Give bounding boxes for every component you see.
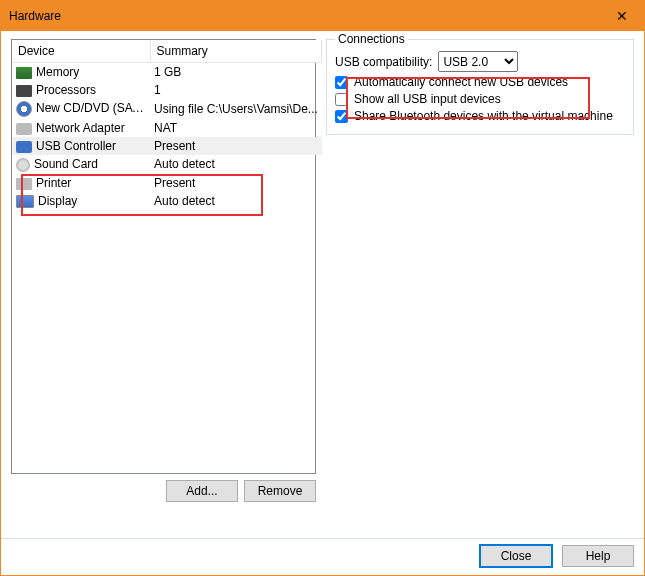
memory-icon — [16, 67, 32, 79]
table-row[interactable]: Processors1 — [12, 81, 322, 99]
help-button[interactable]: Help — [562, 545, 634, 567]
window-title: Hardware — [9, 9, 61, 23]
share-bluetooth-checkbox[interactable] — [335, 110, 348, 123]
device-name: Network Adapter — [36, 121, 125, 135]
sound-icon — [16, 158, 30, 172]
table-row[interactable]: DisplayAuto detect — [12, 192, 322, 210]
table-row[interactable]: PrinterPresent — [12, 174, 322, 192]
usb-compat-select[interactable]: USB 1.1USB 2.0USB 3.0 — [438, 51, 518, 72]
device-name: USB Controller — [36, 139, 116, 153]
device-summary: Present — [150, 174, 322, 192]
device-name: Processors — [36, 83, 96, 97]
table-row[interactable]: Network AdapterNAT — [12, 119, 322, 137]
device-name: New CD/DVD (SATA) — [36, 101, 150, 115]
close-icon: ✕ — [616, 8, 628, 24]
display-icon — [16, 195, 34, 208]
device-summary: Present — [150, 137, 322, 155]
device-summary: 1 GB — [150, 63, 322, 82]
device-name: Memory — [36, 65, 79, 79]
cd-icon — [16, 101, 32, 117]
add-button[interactable]: Add... — [166, 480, 238, 502]
remove-button[interactable]: Remove — [244, 480, 316, 502]
table-row[interactable]: Sound CardAuto detect — [12, 155, 322, 174]
share-bluetooth-label[interactable]: Share Bluetooth devices with the virtual… — [354, 109, 613, 123]
column-header-device[interactable]: Device — [12, 40, 150, 63]
column-header-summary[interactable]: Summary — [150, 40, 322, 63]
device-summary: 1 — [150, 81, 322, 99]
table-row[interactable]: New CD/DVD (SATA)Using file C:\Users\Vam… — [12, 99, 322, 119]
device-name: Sound Card — [34, 157, 98, 171]
network-icon — [16, 123, 32, 135]
table-row[interactable]: Memory1 GB — [12, 63, 322, 82]
device-summary: Using file C:\Users\Vamsi\De... — [150, 99, 322, 119]
device-name: Display — [38, 194, 77, 208]
close-button[interactable]: Close — [480, 545, 552, 567]
usb-compat-label: USB compatibility: — [335, 55, 432, 69]
device-summary: Auto detect — [150, 192, 322, 210]
connections-legend: Connections — [335, 32, 408, 46]
device-summary: NAT — [150, 119, 322, 137]
device-name: Printer — [36, 176, 71, 190]
device-list[interactable]: Device Summary Memory1 GBProcessors1New … — [11, 39, 316, 474]
titlebar: Hardware ✕ — [1, 1, 644, 31]
usb-icon — [16, 141, 32, 153]
connections-group: Connections USB compatibility: USB 1.1US… — [326, 39, 634, 135]
device-summary: Auto detect — [150, 155, 322, 174]
printer-icon — [16, 178, 32, 190]
show-input-checkbox[interactable] — [335, 93, 348, 106]
window-close-button[interactable]: ✕ — [599, 1, 644, 31]
auto-connect-checkbox[interactable] — [335, 76, 348, 89]
show-input-label[interactable]: Show all USB input devices — [354, 92, 501, 106]
cpu-icon — [16, 85, 32, 97]
auto-connect-label[interactable]: Automatically connect new USB devices — [354, 75, 568, 89]
table-row[interactable]: USB ControllerPresent — [12, 137, 322, 155]
